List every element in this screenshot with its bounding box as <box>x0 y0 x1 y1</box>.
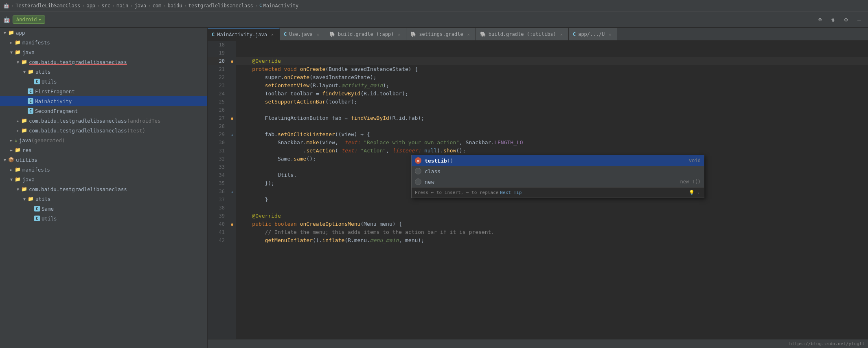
project-selector[interactable]: 🤖 Android ▾ <box>3 15 85 24</box>
tab-app-u-close[interactable]: ✕ <box>607 31 613 37</box>
sidebar-item-package-test[interactable]: ► 📁 com.baidu.testgradlelibsameclass (te… <box>0 126 207 135</box>
tab-bar: C MainActivity.java ✕ C Use.java ✕ 🐘 bui… <box>208 28 868 41</box>
code-line-19 <box>236 49 868 57</box>
arrow-androidtest: ► <box>15 119 21 123</box>
tab-settings-gradle[interactable]: 🐘 settings.gradle ✕ <box>406 28 476 40</box>
code-area: C MainActivity.java ✕ C Use.java ✕ 🐘 bui… <box>208 28 868 348</box>
java-gen-extra: (generated) <box>31 137 65 143</box>
tab-use-label: Use.java <box>289 31 313 37</box>
same-label: Same <box>42 206 54 212</box>
ac-item-testlib[interactable]: m testLib() void <box>412 155 704 166</box>
java2-folder-icon: 📁 <box>15 176 21 182</box>
java-gen-label: java <box>19 137 31 143</box>
code-content: 18 19 20 21 22 23 24 25 26 27 28 29 30 3… <box>208 41 868 339</box>
sidebar-item-package-androidtest[interactable]: ► 📁 com.baidu.testgradlelibsameclass (an… <box>0 116 207 126</box>
breadcrumb-java[interactable]: java <box>134 3 146 9</box>
sidebar-item-app[interactable]: ▼ 📁 app <box>0 28 207 37</box>
mainactivity-class-icon: C <box>28 98 33 104</box>
sidebar-item-package-main[interactable]: ▼ 📁 com.baidu.testgradlelibsameclass <box>0 57 207 67</box>
sidebar-item-firstfragment[interactable]: C FirstFragment <box>0 86 207 96</box>
sidebar-item-java[interactable]: ▼ 📁 java <box>0 47 207 57</box>
tab-app-u-icon: C <box>573 31 576 37</box>
breakpoint-27[interactable]: ● <box>228 114 236 122</box>
sidebar-item-res[interactable]: ► 📁 res <box>0 145 207 155</box>
line-numbers: 18 19 20 21 22 23 24 25 26 27 28 29 30 3… <box>208 41 228 339</box>
breakpoint-40[interactable]: ● <box>228 220 236 228</box>
arrow-manifests2: ► <box>8 167 15 172</box>
app-label: app <box>16 30 25 36</box>
tab-mainactivity-icon: C <box>212 32 215 37</box>
breadcrumb-testgradlelibsameclass[interactable]: testgradlelibsameclass <box>189 3 253 9</box>
app-folder-icon: 📁 <box>8 30 14 35</box>
tab-build-utilibs-close[interactable]: ✕ <box>559 31 564 37</box>
sidebar-item-java-gen[interactable]: ► ☕ java (generated) <box>0 135 207 145</box>
ac-next-tip[interactable]: Next Tip <box>500 190 522 195</box>
toolbar: 🤖 Android ▾ ⊕ ⇅ ⚙ — <box>0 11 868 28</box>
sidebar-item-manifests2[interactable]: ► 📁 manifests <box>0 165 207 174</box>
java-folder-icon: 📁 <box>15 49 21 55</box>
tab-build-app-label: build.gradle (:app) <box>338 31 394 37</box>
manifests-folder-icon: 📁 <box>15 40 21 45</box>
globe-button[interactable]: ⊕ <box>814 14 826 25</box>
breadcrumb-bar: 🤖 › TestGradleLibSameClass › app › src ›… <box>0 0 868 11</box>
arrow-manifests: ► <box>8 40 15 45</box>
settings-button[interactable]: ⚙ <box>840 14 852 25</box>
utils-class-label: Utils <box>42 79 57 85</box>
split-button[interactable]: ⇅ <box>827 14 839 25</box>
sidebar-item-utils-class[interactable]: C Utils <box>0 77 207 86</box>
tab-mainactivity[interactable]: C MainActivity.java ✕ <box>208 28 280 40</box>
ac-bulb-icon[interactable]: 💡 <box>689 190 695 195</box>
breadcrumb-main[interactable]: main <box>116 3 128 9</box>
sidebar-item-utils-class2[interactable]: C Utils <box>0 214 207 223</box>
tab-build-app-close[interactable]: ✕ <box>396 31 402 37</box>
dropdown-arrow-icon: ▾ <box>39 17 42 22</box>
tab-build-utilibs[interactable]: 🐘 build.gradle (:utilibs) ✕ <box>476 28 569 40</box>
code-line-20: @Override <box>236 57 868 65</box>
test-label: com.baidu.testgradlelibsameclass <box>29 128 127 134</box>
code-line-29: fab.setOnClickListener((view) → { <box>236 130 868 139</box>
tab-use[interactable]: C Use.java ✕ <box>280 28 325 40</box>
tab-mainactivity-close[interactable]: ✕ <box>270 32 275 37</box>
code-line-23: setContentView(R.layout.activity_main); <box>236 81 868 90</box>
tab-build-app[interactable]: 🐘 build.gradle (:app) ✕ <box>325 28 406 40</box>
sidebar-item-manifests[interactable]: ► 📁 manifests <box>0 37 207 47</box>
arrow-utils2: ▼ <box>21 197 28 201</box>
code-line-28 <box>236 122 868 130</box>
tab-build-app-icon: 🐘 <box>329 31 335 37</box>
ac-dots-icon[interactable]: ⋮ <box>696 190 701 195</box>
utils-class2-label: Utils <box>42 216 57 222</box>
breadcrumb-app[interactable]: app <box>86 3 95 9</box>
ac-item-class[interactable]: class <box>412 166 704 176</box>
minimize-button[interactable]: — <box>853 14 865 25</box>
breadcrumb-src[interactable]: src <box>101 3 110 9</box>
android-label: Android <box>16 17 37 22</box>
ac-item-class-icon <box>415 168 421 174</box>
utils-label: utils <box>35 69 51 75</box>
breadcrumb-com[interactable]: com <box>153 3 162 9</box>
ac-item-new[interactable]: new new T() <box>412 176 704 187</box>
sidebar-item-utils2[interactable]: ▼ 📁 utils <box>0 194 207 204</box>
arrow-test: ► <box>15 128 21 133</box>
sidebar-item-utils[interactable]: ▼ 📁 utils <box>0 67 207 77</box>
sidebar-item-java2[interactable]: ▼ 📁 java <box>0 174 207 184</box>
breakpoint-20[interactable]: ● <box>228 57 236 65</box>
tab-use-close[interactable]: ✕ <box>315 31 321 37</box>
breadcrumb-mainactivity[interactable]: C MainActivity <box>259 3 298 9</box>
code-line-24: Toolbar toolbar = findViewById(R.id.tool… <box>236 90 868 98</box>
code-line-38 <box>236 204 868 212</box>
breadcrumb-testgradle[interactable]: TestGradleLibSameClass <box>15 3 80 9</box>
sidebar-item-secondfragment[interactable]: C SecondFragment <box>0 106 207 116</box>
tab-settings-gradle-close[interactable]: ✕ <box>466 31 471 37</box>
sidebar-item-utilibs[interactable]: ▼ 📦 utilibs <box>0 155 207 165</box>
android-badge[interactable]: Android ▾ <box>13 15 45 24</box>
tab-app-u[interactable]: C app/.../U ✕ <box>569 28 617 40</box>
same-class-icon: C <box>34 206 40 211</box>
breadcrumb-baidu[interactable]: baidu <box>167 3 182 9</box>
sidebar-item-same[interactable]: C Same <box>0 204 207 214</box>
tab-build-utilibs-label: build.gradle (:utilibs) <box>489 31 556 37</box>
arrow-app: ▼ <box>2 31 8 35</box>
test-folder-icon: 📁 <box>21 128 27 133</box>
tab-app-u-label: app/.../U <box>578 31 605 37</box>
sidebar-item-mainactivity[interactable]: C MainActivity <box>0 96 207 106</box>
sidebar-item-package-utilibs[interactable]: ▼ 📁 com.baidu.testgradlelibsameclass <box>0 184 207 194</box>
